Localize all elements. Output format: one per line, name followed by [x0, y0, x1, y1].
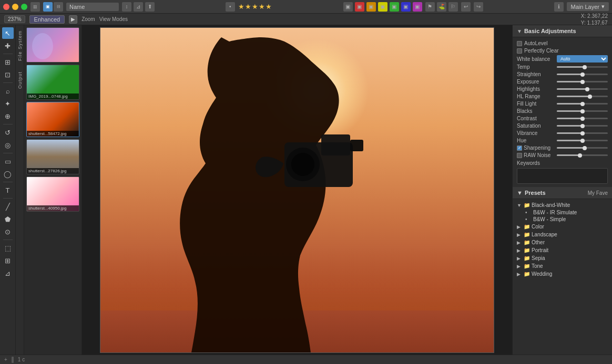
hl-range-slider[interactable]: [557, 96, 608, 97]
layers2-tool-button[interactable]: ⊡: [2, 69, 14, 80]
label-blue[interactable]: ▣: [401, 2, 411, 12]
brush-tool-button[interactable]: ◎: [2, 139, 14, 151]
contrast-slider[interactable]: [557, 118, 608, 119]
thumbnail-canvas-preview[interactable]: [26, 27, 79, 63]
list-item[interactable]: shutterst...58472.jpg: [26, 102, 79, 137]
info-icon[interactable]: ℹ: [554, 2, 564, 12]
label-orange[interactable]: ▣: [366, 2, 376, 12]
perfectly-clear-checkbox[interactable]: [517, 48, 522, 54]
fill-light-slider[interactable]: [557, 103, 608, 105]
star-tool-button[interactable]: ✦: [2, 98, 14, 109]
zoom-label: Zoom: [81, 16, 95, 22]
label-yellow[interactable]: ▣: [378, 2, 387, 12]
autolevel-checkbox[interactable]: [517, 41, 522, 46]
flag-icon[interactable]: ⚑: [425, 2, 435, 12]
highlights-slider[interactable]: [557, 88, 608, 90]
canvas-area[interactable]: [82, 25, 512, 355]
zoom-tool-button[interactable]: ⌕: [2, 85, 14, 97]
tree-item-black-white[interactable]: ▼ 📁 Black-and-White: [513, 201, 612, 209]
close-button[interactable]: [3, 4, 9, 10]
upload-icon[interactable]: ⬆: [145, 2, 155, 12]
ellipse-tool-button[interactable]: ◯: [2, 168, 14, 180]
basic-adjustments-header[interactable]: ▼ Basic Adjustments: [513, 25, 612, 37]
grid-tool-button[interactable]: ⊞: [2, 255, 14, 266]
pen-tool-button[interactable]: ↺: [2, 127, 14, 138]
tree-item-bw-simple[interactable]: • B&W - Simple: [513, 216, 612, 223]
tree-item-color[interactable]: ▶ 📁 Color: [513, 223, 612, 231]
list-item[interactable]: shutterst...27826.jpg: [26, 139, 79, 174]
zoom-level-button[interactable]: 237%: [4, 15, 25, 23]
landscape-folder-icon: 📁: [524, 232, 530, 237]
tree-item-landscape[interactable]: ▶ 📁 Landscape: [513, 231, 612, 238]
drag-handle[interactable]: [12, 357, 14, 363]
straighten-slider-row: Straighten: [517, 71, 608, 77]
tree-item-other[interactable]: ▶ 📁 Other: [513, 238, 612, 246]
label-grey[interactable]: ▣: [343, 2, 353, 12]
blacks-slider[interactable]: [557, 110, 608, 112]
text-tool-button[interactable]: T: [2, 184, 14, 196]
app-menu-icon[interactable]: ⊞: [30, 2, 40, 12]
raw-noise-checkbox[interactable]: [517, 153, 522, 158]
tree-item-tone[interactable]: ▶ 📁 Tone: [513, 262, 612, 270]
maximize-button[interactable]: [21, 4, 27, 10]
white-balance-select[interactable]: Auto: [557, 55, 608, 63]
eyedrop-tool-button[interactable]: ⊙: [2, 226, 14, 237]
transform-tool-button[interactable]: ⬚: [2, 242, 14, 254]
basic-adj-arrow-icon: ▼: [517, 28, 522, 34]
star-rating[interactable]: ★★★★★: [238, 3, 272, 11]
list-item[interactable]: IMG_2019...0748.jpg: [26, 65, 79, 100]
rect-tool-button[interactable]: ▭: [2, 155, 14, 167]
enhanced-button[interactable]: Enhanced: [29, 15, 65, 24]
tree-item-bw-ir[interactable]: • B&W - IR Simulate: [513, 209, 612, 216]
main-layer-button[interactable]: Main Layer ▾: [567, 2, 609, 11]
temp-slider[interactable]: [557, 66, 608, 68]
contrast-label: Contrast: [517, 116, 555, 121]
basic-adjustments-title: Basic Adjustments: [524, 28, 608, 34]
sharpening-slider[interactable]: [557, 147, 608, 149]
label-purple[interactable]: ▣: [413, 2, 422, 12]
flag-2-icon[interactable]: ⛳: [437, 2, 446, 12]
color-labels: ▣ ▣ ▣ ▣ ▣ ▣ ▣: [343, 2, 422, 12]
sharpening-checkbox[interactable]: ✓: [517, 145, 522, 151]
flag-3-icon[interactable]: ⚐: [448, 2, 458, 12]
saturation-slider[interactable]: [557, 125, 608, 127]
other-label: Other: [532, 240, 545, 245]
presets-header[interactable]: ▼ Presets My Fave: [513, 187, 612, 199]
filename-input[interactable]: [66, 3, 119, 11]
panel-arrow-button[interactable]: ▶: [69, 15, 77, 24]
dual-view-icon[interactable]: ⊟: [54, 2, 63, 12]
list-item[interactable]: shutterst...40950.jpg: [26, 176, 79, 212]
gradient-tool-button[interactable]: ⊿: [2, 267, 14, 279]
filter-icon[interactable]: ⊿: [134, 2, 143, 12]
move-tool-button[interactable]: ✚: [2, 40, 14, 51]
raw-noise-slider[interactable]: [557, 154, 608, 156]
keywords-input-area[interactable]: [517, 168, 608, 184]
add-icon[interactable]: +: [4, 357, 7, 362]
paint-tool-button[interactable]: ⬟: [2, 213, 14, 225]
zoom2-tool-button[interactable]: ⊕: [2, 110, 14, 122]
sort-icon[interactable]: ↕: [122, 2, 131, 12]
minimize-button[interactable]: [12, 4, 18, 10]
sepia-label: Sepia: [532, 255, 545, 261]
select-tool-button[interactable]: ↖: [2, 27, 14, 39]
undo-icon[interactable]: ↩: [461, 2, 471, 12]
label-red[interactable]: ▣: [355, 2, 364, 12]
redo-icon[interactable]: ↪: [474, 2, 483, 12]
tree-item-portrait[interactable]: ▶ 📁 Portrait: [513, 246, 612, 254]
tree-item-wedding[interactable]: ▶ 📁 Wedding: [513, 270, 612, 278]
single-view-icon[interactable]: ▣: [43, 2, 53, 12]
output-label[interactable]: Output: [17, 71, 23, 89]
label-green[interactable]: ▣: [390, 2, 399, 12]
line-tool-button[interactable]: ╱: [2, 201, 14, 212]
file-system-label[interactable]: File System: [17, 30, 23, 61]
hue-slider[interactable]: [557, 140, 608, 141]
right-panel: ▼ Basic Adjustments AutoLevel Perfectly …: [512, 25, 612, 355]
window-controls: [3, 4, 27, 10]
layers-tool-button[interactable]: ⊞: [2, 56, 14, 68]
portrait-folder-icon: 📁: [524, 247, 530, 253]
straighten-slider[interactable]: [557, 74, 608, 75]
tree-item-sepia[interactable]: ▶ 📁 Sepia: [513, 254, 612, 262]
vibrance-slider[interactable]: [557, 132, 608, 134]
layer-dropdown-arrow: ▾: [601, 3, 605, 10]
exposure-slider[interactable]: [557, 81, 608, 82]
